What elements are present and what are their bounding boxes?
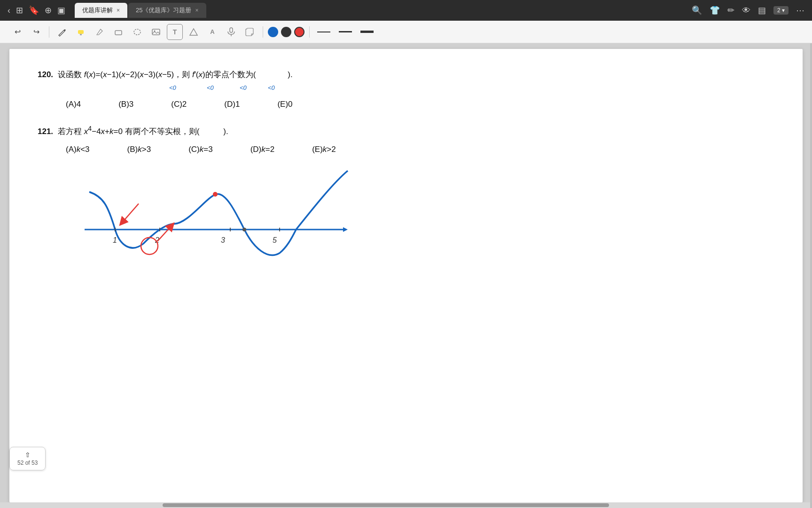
- pen-tool-button[interactable]: [54, 24, 70, 40]
- tab-lecture[interactable]: 优题库讲解 ×: [75, 3, 127, 18]
- tab-exercise-label: 25《优题库》习题册: [136, 6, 191, 15]
- q121-opt-c: (C)k=3: [188, 143, 213, 157]
- text-box-button[interactable]: T: [167, 24, 183, 40]
- drawing-toolbar: ↩ ↪ T: [0, 21, 812, 43]
- graph-area: 1 2 3 5: [66, 168, 395, 291]
- graph-svg: 1 2 3 5: [66, 168, 395, 291]
- right-edge: [810, 43, 812, 508]
- shape-button[interactable]: [186, 24, 202, 40]
- nav-bookmark-icon[interactable]: 🔖: [29, 5, 39, 16]
- color-blue-button[interactable]: [268, 27, 278, 37]
- line-med-button[interactable]: [336, 24, 355, 40]
- scrollbar-thumb[interactable]: [163, 503, 609, 507]
- q121-text: 若方程 x4−4x+k=0 有两个不等实根，则( ).: [58, 123, 228, 139]
- pen-edit-icon[interactable]: ✏: [727, 5, 734, 16]
- color-red-button[interactable]: [294, 27, 304, 37]
- pencil-eraser-button[interactable]: [92, 24, 108, 40]
- document-viewer: 120. 设函数 f(x)=(x−1)(x−2)(x−3)(x−5)，则 f′(…: [0, 43, 812, 508]
- tab-bar: 优题库讲解 × 25《优题库》习题册 ×: [75, 3, 682, 18]
- q120-options: (A)4 (B)3 (C)2 (D)1 (E)0: [66, 97, 774, 112]
- svg-text:5: 5: [273, 236, 277, 244]
- page-indicator[interactable]: ⇧ 52 of 53: [9, 447, 46, 470]
- page-inner: 120. 设函数 f(x)=(x−1)(x−2)(x−3)(x−5)，则 f′(…: [9, 49, 803, 310]
- svg-point-19: [242, 228, 246, 231]
- redo-button[interactable]: ↪: [28, 24, 44, 40]
- tab-lecture-label: 优题库讲解: [82, 6, 113, 15]
- q120-opt-b: (B)3: [118, 97, 133, 112]
- nav-grid-icon[interactable]: ⊞: [16, 5, 23, 16]
- q120-number: 120.: [38, 68, 53, 82]
- svg-point-18: [213, 192, 218, 197]
- image-button[interactable]: [148, 24, 164, 40]
- shirt-icon[interactable]: 👕: [710, 5, 720, 16]
- svg-rect-1: [80, 34, 82, 35]
- tab-exercise[interactable]: 25《优题库》习题册 ×: [128, 3, 206, 18]
- q120-opt-c: (C)2: [171, 97, 187, 112]
- q121-options: (A)k<3 (B)k>3 (C)k=3 (D)k=2 (E)k>2: [66, 143, 774, 157]
- search-icon[interactable]: 🔍: [692, 5, 702, 16]
- horizontal-scrollbar[interactable]: [0, 502, 812, 508]
- text-select-button[interactable]: A: [204, 24, 220, 40]
- tab-exercise-close[interactable]: ×: [195, 7, 198, 14]
- undo-button[interactable]: ↩: [9, 24, 25, 40]
- page-number-badge[interactable]: 2 ▾: [773, 6, 789, 15]
- line-thick-button[interactable]: [358, 24, 376, 40]
- note-button[interactable]: [242, 24, 258, 40]
- titlebar-actions: 🔍 👕 ✏ 👁 ▤ 2 ▾ ⋯: [692, 5, 804, 16]
- svg-text:1: 1: [113, 236, 117, 244]
- question-121: 121. 若方程 x4−4x+k=0 有两个不等实根，则( ). (A)k<3 …: [38, 123, 774, 157]
- nav-controls: ‹ ⊞ 🔖 ⊕ ▣: [8, 5, 65, 16]
- toolbar-separator-2: [263, 26, 263, 38]
- eye-icon[interactable]: 👁: [742, 6, 750, 16]
- eraser-button[interactable]: [110, 24, 126, 40]
- q121-number: 121.: [38, 125, 53, 139]
- page-indicator-text: 52 of 53: [17, 460, 38, 466]
- svg-marker-10: [343, 227, 348, 232]
- q121-opt-a: (A)k<3: [66, 143, 90, 157]
- toolbar-separator-3: [309, 26, 310, 38]
- lasso-button[interactable]: [129, 24, 145, 40]
- svg-rect-2: [115, 31, 122, 35]
- toolbar-separator-1: [49, 26, 49, 38]
- q120-opt-e: (E)0: [277, 97, 292, 112]
- q121-opt-e: (E)k>2: [312, 143, 336, 157]
- titlebar: ‹ ⊞ 🔖 ⊕ ▣ 优题库讲解 × 25《优题库》习题册 × 🔍 👕 ✏ 👁 ▤…: [0, 0, 812, 21]
- svg-point-17: [141, 238, 158, 254]
- q121-opt-b: (B)k>3: [127, 143, 151, 157]
- svg-marker-6: [190, 29, 197, 35]
- panel-icon[interactable]: ▤: [758, 5, 766, 16]
- mic-button[interactable]: [223, 24, 239, 40]
- svg-point-3: [134, 29, 141, 35]
- line-thin-button[interactable]: [314, 24, 333, 40]
- more-icon[interactable]: ⋯: [796, 5, 804, 16]
- svg-rect-0: [78, 30, 84, 34]
- line-thick-icon: [360, 31, 374, 33]
- main-area: 120. 设函数 f(x)=(x−1)(x−2)(x−3)(x−5)，则 f′(…: [0, 43, 812, 508]
- nav-add-icon[interactable]: ⊕: [45, 5, 52, 16]
- q120-text: 设函数 f(x)=(x−1)(x−2)(x−3)(x−5)，则 f′(x)的零点…: [58, 68, 293, 82]
- q121-opt-d: (D)k=2: [250, 143, 275, 157]
- svg-rect-4: [152, 29, 160, 35]
- q120-opt-d: (D)1: [224, 97, 240, 112]
- nav-back-icon[interactable]: ‹: [8, 6, 10, 16]
- svg-rect-7: [230, 28, 233, 32]
- color-dark-button[interactable]: [281, 27, 291, 37]
- svg-line-15: [122, 204, 139, 222]
- q120-opt-a: (A)4: [66, 97, 81, 112]
- line-thin-icon: [317, 32, 330, 32]
- page-content: 120. 设函数 f(x)=(x−1)(x−2)(x−3)(x−5)，则 f′(…: [9, 49, 803, 502]
- line-med-icon: [339, 31, 352, 32]
- tab-lecture-close[interactable]: ×: [117, 7, 120, 14]
- svg-text:3: 3: [221, 236, 225, 244]
- nav-layout-icon[interactable]: ▣: [57, 5, 65, 16]
- question-120: 120. 设函数 f(x)=(x−1)(x−2)(x−3)(x−5)，则 f′(…: [38, 68, 774, 111]
- highlighter-button[interactable]: [73, 24, 89, 40]
